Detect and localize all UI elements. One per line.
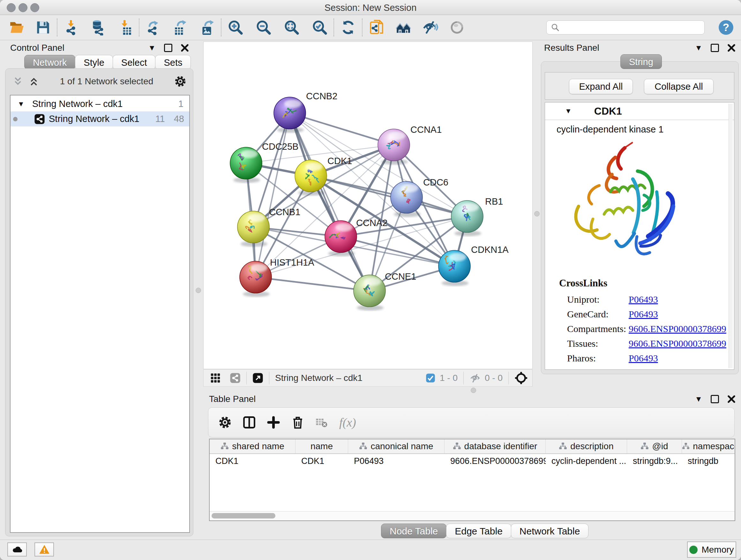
eye-icon[interactable] bbox=[448, 19, 466, 36]
birds-eye-view-icon[interactable] bbox=[515, 371, 528, 385]
show-hide-graphics-icon[interactable] bbox=[421, 19, 439, 36]
network-view-icon[interactable] bbox=[230, 373, 241, 383]
close-panel-icon[interactable] bbox=[181, 44, 189, 52]
edge-HIST1H1A-CCNE1[interactable] bbox=[256, 277, 369, 291]
node-CCNB2[interactable] bbox=[274, 97, 306, 133]
toolbar-separator bbox=[139, 18, 140, 37]
crosslink-link[interactable]: P06493 bbox=[629, 309, 658, 320]
grid-view-icon[interactable] bbox=[210, 373, 221, 383]
zoom-out-icon[interactable] bbox=[255, 19, 272, 36]
import-network-database-icon[interactable] bbox=[90, 19, 107, 36]
zoom-fit-icon[interactable] bbox=[283, 19, 300, 36]
table-hscrollbar[interactable] bbox=[210, 511, 735, 520]
delete-column-icon[interactable] bbox=[291, 415, 305, 429]
export-table-icon[interactable] bbox=[172, 19, 189, 36]
memory-button[interactable]: Memory bbox=[687, 542, 736, 558]
float-panel-icon[interactable] bbox=[164, 44, 172, 52]
panel-menu-icon[interactable]: ▼ bbox=[695, 44, 702, 52]
cell-canonical-name[interactable]: P06493 bbox=[348, 454, 445, 468]
edge-CCNB2-CCNA1[interactable] bbox=[290, 113, 394, 145]
network-graph[interactable]: CCNB2CCNA1CDC25BCDK1CDC6RB1CCNB1CCNA2CDK… bbox=[204, 42, 532, 369]
refresh-icon[interactable] bbox=[340, 19, 357, 36]
tree-collapse-icon[interactable]: ▼ bbox=[17, 101, 24, 108]
cloud-button[interactable] bbox=[7, 543, 27, 557]
add-column-icon[interactable] bbox=[266, 415, 280, 429]
cell-database-identifier[interactable]: 9606.ENSP00000378699 bbox=[445, 454, 546, 468]
table-row[interactable]: CDK1CDK1P064939606.ENSP00000378699cyclin… bbox=[210, 454, 735, 468]
save-session-icon[interactable] bbox=[35, 19, 52, 36]
cell-shared-name[interactable]: CDK1 bbox=[210, 454, 295, 468]
help-icon[interactable]: ? bbox=[718, 19, 735, 36]
node-label-CCNA1: CCNA1 bbox=[410, 125, 442, 135]
export-network-icon[interactable] bbox=[145, 19, 162, 36]
node-CCNE1[interactable] bbox=[354, 275, 386, 311]
node-CDKN1A[interactable] bbox=[439, 250, 470, 286]
cell-description[interactable]: cyclin-dependent ... bbox=[546, 454, 627, 468]
show-columns-icon[interactable] bbox=[242, 415, 256, 429]
cell-name[interactable]: CDK1 bbox=[295, 454, 348, 468]
panel-menu-icon[interactable]: ▼ bbox=[695, 395, 702, 403]
node-RB1[interactable] bbox=[451, 200, 483, 236]
left-splitter-handle[interactable] bbox=[196, 288, 201, 293]
control-panel: Control Panel ▼ NetworkStyleSelectSets 1… bbox=[5, 42, 193, 536]
crosslink-link[interactable]: P06493 bbox=[629, 353, 658, 364]
node-CDC25B[interactable] bbox=[230, 147, 262, 183]
tab-node-table[interactable]: Node Table bbox=[381, 523, 447, 538]
collapse-all-tree-icon[interactable] bbox=[12, 76, 23, 87]
hscrollbar-thumb[interactable] bbox=[212, 513, 275, 518]
selected-checkbox-icon[interactable] bbox=[426, 373, 435, 383]
node-CCNB1[interactable] bbox=[238, 211, 269, 247]
crosslink-link[interactable]: 9606.ENSP00000378699 bbox=[629, 323, 726, 334]
new-network-from-selection-icon[interactable] bbox=[368, 19, 385, 36]
node-CCNA1[interactable] bbox=[378, 129, 410, 165]
cell--id[interactable]: stringdb:9... bbox=[627, 454, 682, 468]
import-network-file-icon[interactable] bbox=[63, 19, 80, 36]
column-header-canonical-name[interactable]: canonical name bbox=[348, 439, 445, 453]
table-panel: Table Panel ▼ f(x) shared namenamecanoni… bbox=[199, 391, 741, 536]
gene-collapse-icon[interactable]: ▼ bbox=[565, 108, 572, 115]
node-label-CCNA2: CCNA2 bbox=[356, 218, 387, 228]
warning-button[interactable] bbox=[35, 543, 54, 557]
column-header-namespace[interactable]: namespace bbox=[682, 439, 735, 453]
column-header-shared-name[interactable]: shared name bbox=[210, 439, 295, 453]
crosslink-link[interactable]: P06493 bbox=[629, 294, 658, 305]
results-scrollbar[interactable] bbox=[729, 104, 733, 368]
edge-CCNB2-HIST1H1A[interactable] bbox=[256, 113, 290, 277]
tab-sets[interactable]: Sets bbox=[155, 55, 191, 70]
import-table-icon[interactable] bbox=[117, 19, 134, 36]
network-collection-row[interactable]: ▼ String Network – cdk1 1 bbox=[10, 97, 189, 111]
network-options-gear-icon[interactable] bbox=[174, 75, 187, 88]
string-home-icon[interactable] bbox=[395, 19, 412, 36]
column-header-name[interactable]: name bbox=[295, 439, 348, 453]
close-panel-icon[interactable] bbox=[727, 44, 736, 52]
zoom-in-icon[interactable] bbox=[227, 19, 244, 36]
open-session-icon[interactable] bbox=[8, 19, 25, 36]
crosslink-link[interactable]: 9606.ENSP00000378699 bbox=[629, 338, 726, 349]
zoom-selected-icon[interactable] bbox=[311, 19, 328, 36]
tab-select[interactable]: Select bbox=[113, 55, 156, 70]
tab-style[interactable]: Style bbox=[75, 55, 113, 70]
network-view-dot-icon bbox=[13, 117, 17, 121]
export-image-icon[interactable] bbox=[199, 19, 216, 36]
panel-menu-icon[interactable]: ▼ bbox=[148, 44, 156, 52]
detach-view-icon[interactable] bbox=[253, 373, 263, 383]
search-input[interactable] bbox=[546, 20, 704, 35]
column-header-database-identifier[interactable]: database identifier bbox=[445, 439, 546, 453]
column-header--id[interactable]: @id bbox=[627, 439, 682, 453]
collapse-all-button[interactable]: Collapse All bbox=[644, 79, 714, 94]
float-panel-icon[interactable] bbox=[711, 395, 719, 403]
tab-string[interactable]: String bbox=[620, 54, 662, 69]
tab-edge-table[interactable]: Edge Table bbox=[446, 523, 511, 538]
float-panel-icon[interactable] bbox=[711, 44, 719, 52]
network-canvas[interactable]: CCNB2CCNA1CDC25BCDK1CDC6RB1CCNB1CCNA2CDK… bbox=[203, 42, 533, 369]
tab-network-table[interactable]: Network Table bbox=[511, 523, 589, 538]
node-HIST1H1A[interactable] bbox=[240, 261, 272, 297]
close-panel-icon[interactable] bbox=[727, 395, 736, 403]
expand-all-button[interactable]: Expand All bbox=[569, 79, 633, 94]
network-row-selected[interactable]: String Network – cdk1 11 48 bbox=[10, 111, 189, 126]
table-options-gear-icon[interactable] bbox=[218, 415, 232, 429]
column-header-description[interactable]: description bbox=[546, 439, 627, 453]
tab-network[interactable]: Network bbox=[24, 55, 75, 70]
cell-namespace[interactable]: stringdb bbox=[682, 454, 735, 468]
expand-all-tree-icon[interactable] bbox=[28, 76, 39, 87]
